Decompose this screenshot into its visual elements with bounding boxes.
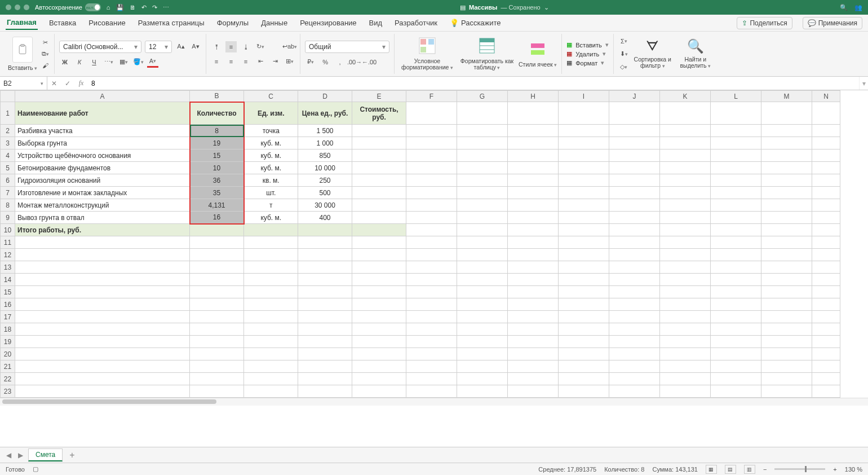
cell-K3[interactable] (660, 137, 711, 149)
cell-D18[interactable] (298, 323, 352, 336)
cell-A22[interactable] (15, 373, 190, 385)
row-header-2[interactable]: 2 (1, 125, 15, 137)
clear-icon[interactable]: ◇ (618, 61, 630, 73)
cell-I2[interactable] (559, 125, 609, 137)
cell-N18[interactable] (812, 323, 840, 336)
search-icon[interactable]: 🔍 (840, 4, 848, 11)
cell-A16[interactable] (15, 298, 190, 311)
cell-H11[interactable] (508, 236, 559, 249)
cell-L7[interactable] (711, 187, 761, 199)
cell-M16[interactable] (761, 298, 812, 311)
cell-I23[interactable] (559, 385, 609, 398)
cell-J20[interactable] (609, 348, 660, 360)
cell-N20[interactable] (812, 348, 840, 360)
cell-D20[interactable] (298, 348, 352, 360)
view-normal-icon[interactable]: ▦ (706, 465, 717, 474)
cell-I8[interactable] (559, 199, 609, 212)
cell-I13[interactable] (559, 261, 609, 274)
cell-D8[interactable]: 30 000 (298, 199, 352, 212)
cell-C3[interactable]: куб. м. (244, 137, 298, 149)
increase-font-icon[interactable]: A▴ (175, 41, 187, 52)
cell-E5[interactable] (352, 162, 406, 174)
cell-M5[interactable] (761, 162, 812, 174)
cell-N23[interactable] (812, 385, 840, 398)
cell-C10[interactable] (244, 224, 298, 236)
cell-L19[interactable] (711, 336, 761, 348)
cell-G18[interactable] (457, 323, 508, 336)
cell-H3[interactable] (508, 137, 559, 149)
decrease-indent-icon[interactable]: ⇤ (255, 56, 266, 67)
cell-E15[interactable] (352, 286, 406, 298)
tab-draw[interactable]: Рисование (87, 16, 126, 29)
cell-D5[interactable]: 10 000 (298, 162, 352, 174)
cell-M20[interactable] (761, 348, 812, 360)
cell-H16[interactable] (508, 298, 559, 311)
cell-E22[interactable] (352, 373, 406, 385)
cell-J1[interactable] (609, 102, 660, 125)
tab-view[interactable]: Вид (368, 16, 384, 29)
cell-F17[interactable] (406, 311, 457, 323)
cell-G4[interactable] (457, 149, 508, 162)
cell-F18[interactable] (406, 323, 457, 336)
cell-I17[interactable] (559, 311, 609, 323)
cell-M13[interactable] (761, 261, 812, 274)
cell-E12[interactable] (352, 249, 406, 261)
cell-B13[interactable] (190, 261, 244, 274)
cell-F10[interactable] (406, 224, 457, 236)
cell-L4[interactable] (711, 149, 761, 162)
cell-J12[interactable] (609, 249, 660, 261)
cell-F7[interactable] (406, 187, 457, 199)
cell-J23[interactable] (609, 385, 660, 398)
row-header-21[interactable]: 21 (1, 360, 15, 373)
cell-K16[interactable] (660, 298, 711, 311)
cell-D14[interactable] (298, 274, 352, 286)
cell-G1[interactable] (457, 102, 508, 125)
format-as-table-button[interactable]: Форматировать как таблицу (459, 37, 515, 71)
cell-B7[interactable]: 35 (190, 187, 244, 199)
cell-B19[interactable] (190, 336, 244, 348)
italic-icon[interactable]: К (74, 56, 85, 68)
cell-I22[interactable] (559, 373, 609, 385)
tab-tell-me[interactable]: 💡Расскажите (449, 16, 502, 29)
column-header-C[interactable]: C (244, 91, 298, 102)
cell-I14[interactable] (559, 274, 609, 286)
row-header-1[interactable]: 1 (1, 102, 15, 125)
tab-page-layout[interactable]: Разметка страницы (137, 16, 206, 29)
cell-J10[interactable] (609, 224, 660, 236)
cell-E8[interactable] (352, 199, 406, 212)
cell-N13[interactable] (812, 261, 840, 274)
column-header-K[interactable]: K (660, 91, 711, 102)
record-macro-icon[interactable]: ▢ (33, 465, 38, 473)
cell-H8[interactable] (508, 199, 559, 212)
cell-B23[interactable] (190, 385, 244, 398)
cell-styles-button[interactable]: Стили ячеек (519, 40, 557, 68)
cell-F22[interactable] (406, 373, 457, 385)
cell-L3[interactable] (711, 137, 761, 149)
cell-F2[interactable] (406, 125, 457, 137)
cell-I5[interactable] (559, 162, 609, 174)
cell-J18[interactable] (609, 323, 660, 336)
orientation-icon[interactable]: ↻ (255, 41, 266, 52)
cell-I4[interactable] (559, 149, 609, 162)
cell-I11[interactable] (559, 236, 609, 249)
cell-M11[interactable] (761, 236, 812, 249)
cell-N5[interactable] (812, 162, 840, 174)
cell-N2[interactable] (812, 125, 840, 137)
fx-icon[interactable]: fx (74, 79, 88, 87)
row-header-3[interactable]: 3 (1, 137, 15, 149)
tab-developer[interactable]: Разработчик (393, 16, 439, 29)
cell-F16[interactable] (406, 298, 457, 311)
cell-A8[interactable]: Монтаж металлоконструкций (15, 199, 190, 212)
cell-I12[interactable] (559, 249, 609, 261)
cell-B9[interactable]: 16 (190, 212, 244, 224)
cell-D16[interactable] (298, 298, 352, 311)
window-controls[interactable] (6, 5, 29, 10)
borders-icon[interactable]: ▦ (118, 56, 129, 68)
cell-A18[interactable] (15, 323, 190, 336)
expand-formula-icon[interactable]: ▾ (859, 77, 868, 90)
cell-M6[interactable] (761, 174, 812, 187)
view-layout-icon[interactable]: ▤ (725, 465, 736, 474)
cell-H21[interactable] (508, 360, 559, 373)
row-header-20[interactable]: 20 (1, 348, 15, 360)
cell-J16[interactable] (609, 298, 660, 311)
